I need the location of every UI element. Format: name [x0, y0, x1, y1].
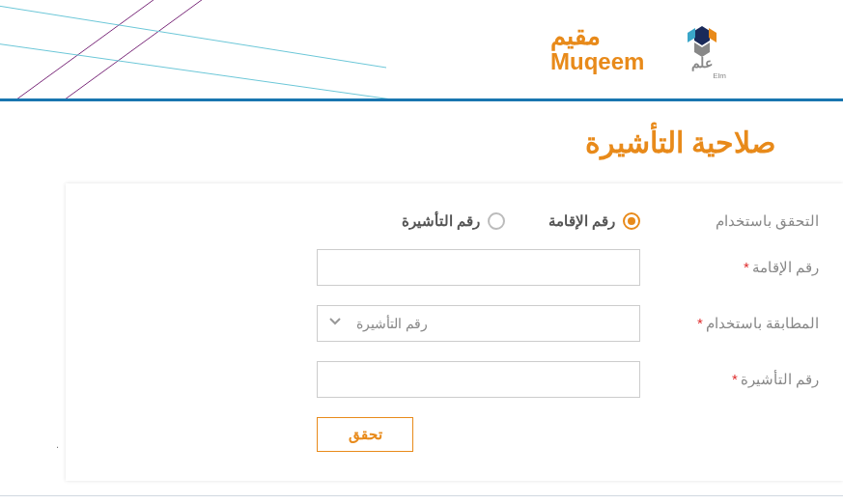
brand-name-en: Muqeem: [550, 49, 644, 74]
required-star: *: [744, 259, 749, 275]
verify-by-label: التحقق باستخدام: [640, 212, 819, 230]
svg-marker-6: [709, 28, 717, 42]
match-by-select[interactable]: رقم التأشيرة: [317, 305, 640, 342]
radio-visa-number[interactable]: رقم التأشيرة: [402, 212, 505, 230]
brand-area: مقيم Muqeem علم Elm: [550, 14, 736, 82]
match-by-label: المطابقة باستخدام*: [640, 315, 819, 332]
elm-label: Elm: [714, 71, 727, 80]
svg-line-2: [0, 39, 406, 101]
elm-logo: علم Elm: [668, 14, 736, 82]
svg-marker-4: [694, 26, 710, 45]
radio-visa-label: رقم التأشيرة: [402, 212, 480, 230]
match-by-selected-value: رقم التأشيرة: [356, 316, 428, 331]
visa-number-label: رقم التأشيرة*: [640, 371, 819, 388]
radio-iqama-number[interactable]: رقم الإقامة: [548, 212, 640, 230]
radio-icon: [488, 212, 505, 230]
svg-line-3: [0, 0, 386, 68]
brand-name-ar: مقيم: [550, 22, 644, 50]
verify-button[interactable]: تحقق: [317, 417, 413, 452]
required-star: *: [732, 371, 738, 387]
radio-iqama-label: رقم الإقامة: [548, 212, 615, 230]
svg-text:علم: علم: [691, 55, 713, 71]
muqeem-logo-text: مقيم Muqeem: [550, 22, 644, 75]
visa-number-input[interactable]: [317, 361, 640, 398]
page-header: مقيم Muqeem علم Elm: [0, 0, 843, 101]
required-star: *: [697, 315, 703, 331]
svg-line-1: [29, 0, 241, 101]
page-title: صلاحية التأشيرة: [0, 126, 775, 159]
verify-by-radio-group: رقم الإقامة رقم التأشيرة: [317, 212, 640, 230]
chevron-down-icon: [328, 315, 342, 332]
iqama-number-label: رقم الإقامة*: [640, 259, 819, 276]
footer-dot: .: [56, 438, 59, 450]
footer-divider: [0, 495, 843, 496]
radio-icon: [623, 212, 640, 230]
page-title-bar: صلاحية التأشيرة: [0, 101, 843, 183]
iqama-number-input[interactable]: [317, 249, 640, 286]
visa-validity-form: التحقق باستخدام رقم الإقامة رقم التأشيرة…: [66, 183, 843, 481]
svg-line-0: [0, 0, 193, 101]
header-decoration-lines: [0, 0, 435, 101]
svg-marker-5: [688, 28, 695, 42]
